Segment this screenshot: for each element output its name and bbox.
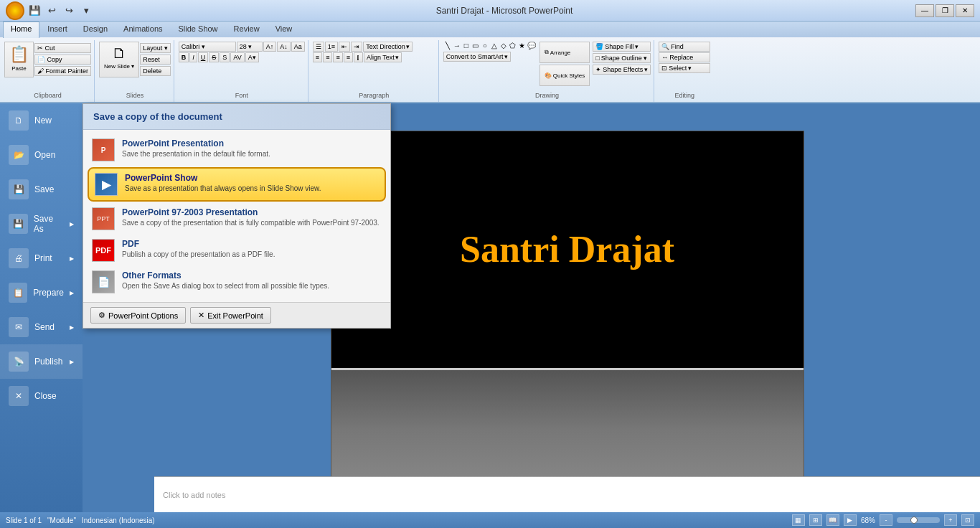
undo-qat-button[interactable]: ↩ <box>44 4 59 18</box>
triangle-shape[interactable]: △ <box>490 42 499 50</box>
nav-save-as[interactable]: 💾 Save As <box>0 207 83 241</box>
format-painter-button[interactable]: 🖌 Format Painter <box>34 66 91 76</box>
paragraph-group: ☰ 1≡ ⇤ ⇥ Text Direction ▾ ≡ ≡ ≡ ≡ ⫿ <box>310 40 439 102</box>
nav-save[interactable]: 💾 Save <box>0 172 83 207</box>
nav-new[interactable]: 🗋 New <box>0 103 83 138</box>
arrange-button[interactable]: ⧉ Arrange <box>540 42 590 63</box>
line-shape[interactable]: ╲ <box>443 42 452 50</box>
tab-home[interactable]: Home <box>3 22 39 38</box>
zoom-in-button[interactable]: + <box>944 514 957 526</box>
numbering-button[interactable]: 1≡ <box>325 42 338 52</box>
office-button[interactable] <box>6 1 24 20</box>
italic-button[interactable]: I <box>189 52 197 62</box>
decrease-font-button[interactable]: A↓ <box>277 42 291 52</box>
paste-button[interactable]: 📋 Paste <box>4 42 34 77</box>
bullets-button[interactable]: ☰ <box>313 42 324 52</box>
redo-qat-button[interactable]: ↪ <box>62 4 76 18</box>
shape-outline-button[interactable]: □ Shape Outline ▾ <box>593 53 651 63</box>
star-shape[interactable]: ★ <box>518 42 527 50</box>
tab-design[interactable]: Design <box>75 22 116 37</box>
cut-button[interactable]: ✂ Cut <box>34 43 91 53</box>
notes-area[interactable]: Click to add notes <box>154 476 980 512</box>
delete-button[interactable]: Delete <box>140 66 171 76</box>
layout-button[interactable]: Layout ▾ <box>140 43 171 53</box>
nav-send[interactable]: ✉ Send <box>0 310 83 344</box>
tab-review[interactable]: Review <box>226 22 268 37</box>
normal-view-button[interactable]: ▦ <box>792 514 805 526</box>
customize-qat-button[interactable]: ▾ <box>79 4 93 18</box>
title-bar-left: 💾 ↩ ↪ ▾ <box>6 1 93 20</box>
new-slide-button[interactable]: 🗋 New Slide ▾ <box>99 42 139 77</box>
restore-button[interactable]: ❐ <box>936 4 954 17</box>
dropdown-item-pdf[interactable]: PDF PDF Publish a copy of the presentati… <box>83 235 390 266</box>
tab-slideshow[interactable]: Slide Show <box>171 22 226 37</box>
arrow-shape[interactable]: → <box>453 42 461 50</box>
shape-fill-button[interactable]: 🪣 Shape Fill ▾ <box>593 42 651 52</box>
circle-shape[interactable]: ○ <box>481 42 489 50</box>
dropdown-item-ppt[interactable]: P PowerPoint Presentation Save the prese… <box>83 134 390 166</box>
reading-view-button[interactable]: 📖 <box>826 514 839 526</box>
align-text-button[interactable]: Align Text ▾ <box>364 52 402 62</box>
save-as-dropdown: Save a copy of the document P PowerPoint… <box>83 103 391 329</box>
show-icon: ▶ <box>95 173 118 196</box>
rect-shape[interactable]: □ <box>462 42 471 50</box>
exit-icon: ✕ <box>198 311 204 320</box>
decrease-indent-button[interactable]: ⇤ <box>339 42 350 52</box>
tab-view[interactable]: View <box>268 22 301 37</box>
tab-animations[interactable]: Animations <box>116 22 170 37</box>
replace-button[interactable]: ↔ Replace <box>659 52 710 62</box>
exit-powerpoint-button[interactable]: ✕ Exit PowerPoint <box>190 307 271 324</box>
nav-print[interactable]: 🖨 Print <box>0 241 83 275</box>
nav-open[interactable]: 📂 Open <box>0 138 83 172</box>
save-qat-button[interactable]: 💾 <box>27 4 42 18</box>
dropdown-item-other[interactable]: 📄 Other Formats Open the Save As dialog … <box>83 266 390 298</box>
increase-indent-button[interactable]: ⇥ <box>351 42 362 52</box>
reset-button[interactable]: Reset <box>140 55 171 65</box>
shape-effects-button[interactable]: ✦ Shape Effects ▾ <box>593 65 651 75</box>
nav-publish[interactable]: 📡 Publish <box>0 344 83 379</box>
font-size-button[interactable]: 28 ▾ <box>237 42 263 52</box>
shape-outline-icon: □ <box>595 55 599 62</box>
show-title: PowerPoint Show <box>125 173 321 183</box>
clear-format-button[interactable]: Aa <box>291 42 305 52</box>
underline-button[interactable]: U <box>198 52 209 62</box>
round-rect-shape[interactable]: ▭ <box>471 42 480 50</box>
copy-button[interactable]: 📄 Copy <box>34 55 91 65</box>
dropdown-item-show[interactable]: ▶ PowerPoint Show Save as a presentation… <box>88 167 386 202</box>
find-button[interactable]: 🔍 Find <box>659 42 710 52</box>
nav-close[interactable]: ✕ Close <box>0 379 83 413</box>
dropdown-item-old-ppt[interactable]: PPT PowerPoint 97-2003 Presentation Save… <box>83 203 390 235</box>
shadow-button[interactable]: S <box>220 52 230 62</box>
align-center-button[interactable]: ≡ <box>323 52 332 62</box>
zoom-out-button[interactable]: - <box>880 514 892 526</box>
slide-sorter-button[interactable]: ⊞ <box>809 514 822 526</box>
quick-styles-button[interactable]: 🎨 Quick Styles <box>540 65 590 86</box>
fit-window-button[interactable]: ⊡ <box>961 514 974 526</box>
justify-button[interactable]: ≡ <box>344 52 353 62</box>
slide-container[interactable]: Santri Drajat <box>331 131 804 486</box>
select-button[interactable]: ⊡ Select ▾ <box>659 63 710 73</box>
slideshow-view-button[interactable]: ▶ <box>844 514 857 526</box>
tab-insert[interactable]: Insert <box>39 22 75 37</box>
align-left-button[interactable]: ≡ <box>313 52 322 62</box>
callout-shape[interactable]: 💬 <box>527 42 536 50</box>
pentagon-shape[interactable]: ⬠ <box>509 42 517 50</box>
minimize-button[interactable]: — <box>915 4 934 17</box>
zoom-slider-thumb <box>910 517 918 524</box>
nav-prepare[interactable]: 📋 Prepare <box>0 275 83 310</box>
zoom-slider[interactable] <box>897 517 940 523</box>
strikethrough-button[interactable]: S <box>209 52 219 62</box>
align-right-button[interactable]: ≡ <box>333 52 342 62</box>
pdf-icon: PDF <box>92 239 115 262</box>
char-spacing-button[interactable]: AV <box>230 52 244 62</box>
columns-button[interactable]: ⫿ <box>354 52 363 62</box>
text-direction-button[interactable]: Text Direction ▾ <box>363 42 413 52</box>
bold-button[interactable]: B <box>179 52 189 62</box>
diamond-shape[interactable]: ◇ <box>499 42 508 50</box>
convert-to-smartart-button[interactable]: Convert to SmartArt ▾ <box>443 52 512 62</box>
increase-font-button[interactable]: A↑ <box>263 42 277 52</box>
close-button[interactable]: ✕ <box>956 4 974 17</box>
font-family-button[interactable]: Calibri ▾ <box>179 42 236 52</box>
powerpoint-options-button[interactable]: ⚙ PowerPoint Options <box>90 307 186 324</box>
font-color-button[interactable]: A▾ <box>245 52 259 62</box>
